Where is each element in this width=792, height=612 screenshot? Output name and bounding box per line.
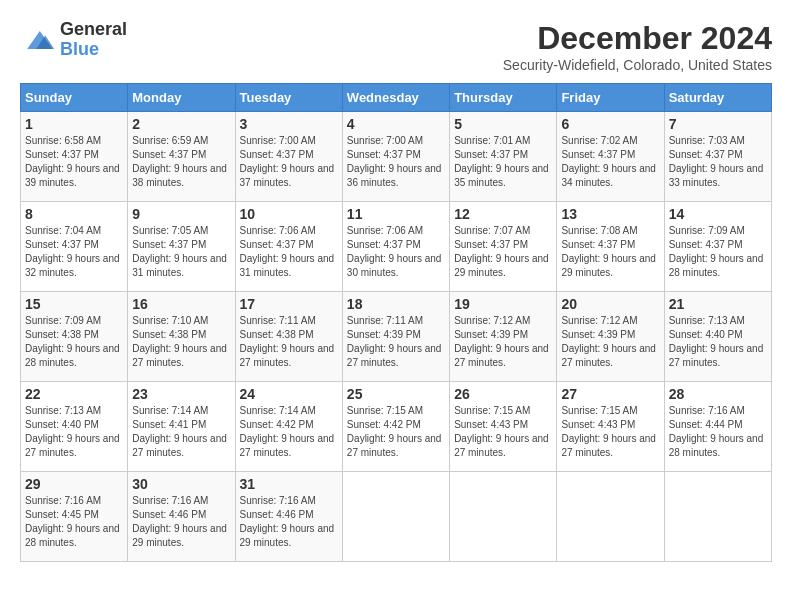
- logo: General Blue: [20, 20, 127, 60]
- day-info: Sunrise: 7:06 AMSunset: 4:37 PMDaylight:…: [240, 224, 338, 280]
- calendar-cell: 24Sunrise: 7:14 AMSunset: 4:42 PMDayligh…: [235, 382, 342, 472]
- day-number: 6: [561, 116, 659, 132]
- day-info: Sunrise: 7:10 AMSunset: 4:38 PMDaylight:…: [132, 314, 230, 370]
- day-info: Sunrise: 7:15 AMSunset: 4:42 PMDaylight:…: [347, 404, 445, 460]
- day-info: Sunrise: 7:11 AMSunset: 4:39 PMDaylight:…: [347, 314, 445, 370]
- day-info: Sunrise: 7:12 AMSunset: 4:39 PMDaylight:…: [454, 314, 552, 370]
- day-number: 31: [240, 476, 338, 492]
- logo-line2: Blue: [60, 40, 127, 60]
- calendar-cell: 29Sunrise: 7:16 AMSunset: 4:45 PMDayligh…: [21, 472, 128, 562]
- location-title: Security-Widefield, Colorado, United Sta…: [503, 57, 772, 73]
- day-info: Sunrise: 7:00 AMSunset: 4:37 PMDaylight:…: [347, 134, 445, 190]
- day-number: 26: [454, 386, 552, 402]
- day-info: Sunrise: 7:08 AMSunset: 4:37 PMDaylight:…: [561, 224, 659, 280]
- day-number: 14: [669, 206, 767, 222]
- day-info: Sunrise: 7:11 AMSunset: 4:38 PMDaylight:…: [240, 314, 338, 370]
- day-number: 24: [240, 386, 338, 402]
- day-number: 20: [561, 296, 659, 312]
- day-number: 28: [669, 386, 767, 402]
- header-cell-saturday: Saturday: [664, 84, 771, 112]
- header-cell-thursday: Thursday: [450, 84, 557, 112]
- day-number: 10: [240, 206, 338, 222]
- day-info: Sunrise: 7:05 AMSunset: 4:37 PMDaylight:…: [132, 224, 230, 280]
- calendar-cell: 27Sunrise: 7:15 AMSunset: 4:43 PMDayligh…: [557, 382, 664, 472]
- day-info: Sunrise: 6:59 AMSunset: 4:37 PMDaylight:…: [132, 134, 230, 190]
- calendar-cell: 14Sunrise: 7:09 AMSunset: 4:37 PMDayligh…: [664, 202, 771, 292]
- day-info: Sunrise: 7:14 AMSunset: 4:41 PMDaylight:…: [132, 404, 230, 460]
- day-number: 15: [25, 296, 123, 312]
- day-info: Sunrise: 7:04 AMSunset: 4:37 PMDaylight:…: [25, 224, 123, 280]
- logo-icon: [20, 22, 56, 58]
- day-info: Sunrise: 7:13 AMSunset: 4:40 PMDaylight:…: [669, 314, 767, 370]
- day-number: 22: [25, 386, 123, 402]
- week-row-3: 22Sunrise: 7:13 AMSunset: 4:40 PMDayligh…: [21, 382, 772, 472]
- day-info: Sunrise: 7:09 AMSunset: 4:38 PMDaylight:…: [25, 314, 123, 370]
- day-info: Sunrise: 7:16 AMSunset: 4:46 PMDaylight:…: [132, 494, 230, 550]
- day-info: Sunrise: 7:13 AMSunset: 4:40 PMDaylight:…: [25, 404, 123, 460]
- day-info: Sunrise: 7:16 AMSunset: 4:46 PMDaylight:…: [240, 494, 338, 550]
- calendar-cell: 6Sunrise: 7:02 AMSunset: 4:37 PMDaylight…: [557, 112, 664, 202]
- day-number: 29: [25, 476, 123, 492]
- day-info: Sunrise: 7:09 AMSunset: 4:37 PMDaylight:…: [669, 224, 767, 280]
- day-number: 12: [454, 206, 552, 222]
- calendar-cell: 28Sunrise: 7:16 AMSunset: 4:44 PMDayligh…: [664, 382, 771, 472]
- calendar-cell: 20Sunrise: 7:12 AMSunset: 4:39 PMDayligh…: [557, 292, 664, 382]
- calendar-cell: 12Sunrise: 7:07 AMSunset: 4:37 PMDayligh…: [450, 202, 557, 292]
- day-number: 5: [454, 116, 552, 132]
- calendar-cell: 5Sunrise: 7:01 AMSunset: 4:37 PMDaylight…: [450, 112, 557, 202]
- week-row-2: 15Sunrise: 7:09 AMSunset: 4:38 PMDayligh…: [21, 292, 772, 382]
- day-info: Sunrise: 7:14 AMSunset: 4:42 PMDaylight:…: [240, 404, 338, 460]
- day-number: 21: [669, 296, 767, 312]
- day-info: Sunrise: 7:00 AMSunset: 4:37 PMDaylight:…: [240, 134, 338, 190]
- header-cell-friday: Friday: [557, 84, 664, 112]
- calendar-cell: 4Sunrise: 7:00 AMSunset: 4:37 PMDaylight…: [342, 112, 449, 202]
- day-number: 25: [347, 386, 445, 402]
- calendar-cell: [557, 472, 664, 562]
- calendar-cell: 17Sunrise: 7:11 AMSunset: 4:38 PMDayligh…: [235, 292, 342, 382]
- calendar-cell: [342, 472, 449, 562]
- calendar-cell: 30Sunrise: 7:16 AMSunset: 4:46 PMDayligh…: [128, 472, 235, 562]
- day-number: 16: [132, 296, 230, 312]
- logo-text: General Blue: [60, 20, 127, 60]
- calendar-cell: 1Sunrise: 6:58 AMSunset: 4:37 PMDaylight…: [21, 112, 128, 202]
- header-cell-wednesday: Wednesday: [342, 84, 449, 112]
- calendar-cell: 8Sunrise: 7:04 AMSunset: 4:37 PMDaylight…: [21, 202, 128, 292]
- calendar-cell: 16Sunrise: 7:10 AMSunset: 4:38 PMDayligh…: [128, 292, 235, 382]
- calendar-cell: 2Sunrise: 6:59 AMSunset: 4:37 PMDaylight…: [128, 112, 235, 202]
- calendar-cell: 13Sunrise: 7:08 AMSunset: 4:37 PMDayligh…: [557, 202, 664, 292]
- week-row-0: 1Sunrise: 6:58 AMSunset: 4:37 PMDaylight…: [21, 112, 772, 202]
- calendar-cell: 15Sunrise: 7:09 AMSunset: 4:38 PMDayligh…: [21, 292, 128, 382]
- calendar-cell: 11Sunrise: 7:06 AMSunset: 4:37 PMDayligh…: [342, 202, 449, 292]
- week-row-4: 29Sunrise: 7:16 AMSunset: 4:45 PMDayligh…: [21, 472, 772, 562]
- day-number: 7: [669, 116, 767, 132]
- day-info: Sunrise: 6:58 AMSunset: 4:37 PMDaylight:…: [25, 134, 123, 190]
- day-number: 8: [25, 206, 123, 222]
- day-number: 3: [240, 116, 338, 132]
- day-info: Sunrise: 7:01 AMSunset: 4:37 PMDaylight:…: [454, 134, 552, 190]
- day-info: Sunrise: 7:16 AMSunset: 4:44 PMDaylight:…: [669, 404, 767, 460]
- logo-line1: General: [60, 20, 127, 40]
- header: General Blue December 2024 Security-Wide…: [20, 20, 772, 73]
- day-number: 19: [454, 296, 552, 312]
- day-number: 13: [561, 206, 659, 222]
- week-row-1: 8Sunrise: 7:04 AMSunset: 4:37 PMDaylight…: [21, 202, 772, 292]
- day-number: 18: [347, 296, 445, 312]
- calendar-cell: 26Sunrise: 7:15 AMSunset: 4:43 PMDayligh…: [450, 382, 557, 472]
- day-info: Sunrise: 7:15 AMSunset: 4:43 PMDaylight:…: [561, 404, 659, 460]
- calendar-cell: 19Sunrise: 7:12 AMSunset: 4:39 PMDayligh…: [450, 292, 557, 382]
- month-title: December 2024: [503, 20, 772, 57]
- header-row: SundayMondayTuesdayWednesdayThursdayFrid…: [21, 84, 772, 112]
- day-number: 2: [132, 116, 230, 132]
- day-number: 1: [25, 116, 123, 132]
- title-area: December 2024 Security-Widefield, Colora…: [503, 20, 772, 73]
- calendar-body: 1Sunrise: 6:58 AMSunset: 4:37 PMDaylight…: [21, 112, 772, 562]
- day-info: Sunrise: 7:06 AMSunset: 4:37 PMDaylight:…: [347, 224, 445, 280]
- calendar-cell: 18Sunrise: 7:11 AMSunset: 4:39 PMDayligh…: [342, 292, 449, 382]
- day-number: 27: [561, 386, 659, 402]
- day-info: Sunrise: 7:03 AMSunset: 4:37 PMDaylight:…: [669, 134, 767, 190]
- calendar-cell: 10Sunrise: 7:06 AMSunset: 4:37 PMDayligh…: [235, 202, 342, 292]
- calendar-cell: [664, 472, 771, 562]
- calendar-table: SundayMondayTuesdayWednesdayThursdayFrid…: [20, 83, 772, 562]
- day-number: 30: [132, 476, 230, 492]
- day-info: Sunrise: 7:07 AMSunset: 4:37 PMDaylight:…: [454, 224, 552, 280]
